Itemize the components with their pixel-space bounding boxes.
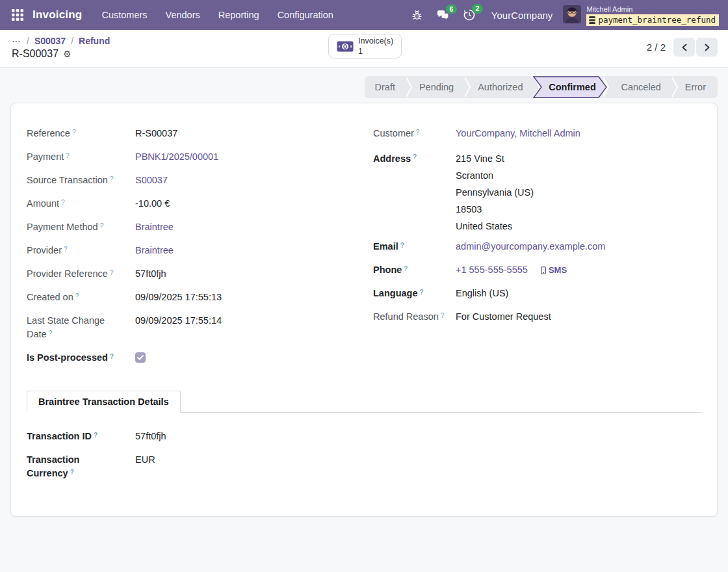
breadcrumb-refund[interactable]: Refund xyxy=(79,36,110,46)
apps-menu-button[interactable] xyxy=(6,5,29,25)
chevron-right-icon xyxy=(704,44,710,51)
help-icon: ? xyxy=(110,176,114,183)
menu-customers[interactable]: Customers xyxy=(92,1,156,29)
field-value-created-on: 09/09/2025 17:55:13 xyxy=(135,291,222,304)
pager-previous-button[interactable] xyxy=(673,38,695,57)
field-row: Email? admin@yourcompany.example.com xyxy=(373,240,701,254)
messages-button[interactable]: 6 xyxy=(437,10,449,21)
field-label-phone: Phone? xyxy=(373,263,456,277)
breadcrumb-ellipsis[interactable]: ⋯ xyxy=(12,36,21,46)
field-label-transaction-id: Transaction ID? xyxy=(27,430,135,443)
field-row: Amount? -10.00 € xyxy=(27,197,355,211)
field-label-source-transaction: Source Transaction? xyxy=(27,174,135,187)
user-menu[interactable]: Mitchell Admin payment_braintree_refund xyxy=(563,4,719,26)
field-label-last-state-change: Last State Change Date? xyxy=(27,314,135,341)
activities-button[interactable]: 2 xyxy=(463,9,475,21)
help-icon: ? xyxy=(110,269,114,276)
help-icon: ? xyxy=(66,152,70,159)
help-icon: ? xyxy=(416,129,420,136)
top-navbar: Invoicing Customers Vendors Reporting Co… xyxy=(0,0,728,30)
sms-button[interactable]: SMS xyxy=(541,265,567,275)
help-icon: ? xyxy=(64,246,68,253)
invoice-stat-button[interactable]: Invoice(s) 1 xyxy=(328,34,402,58)
field-row: Phone? +1 555-555-5555 SMS xyxy=(373,263,701,277)
breadcrumb-separator: / xyxy=(27,36,29,46)
app-name[interactable]: Invoicing xyxy=(32,8,82,21)
status-step-confirmed[interactable]: Confirmed xyxy=(533,76,607,98)
status-step-draft[interactable]: Draft xyxy=(365,76,405,98)
field-value-provider-reference: 57ft0fjh xyxy=(135,267,166,281)
field-value-email[interactable]: admin@yourcompany.example.com xyxy=(456,240,605,254)
field-label-customer: Customer? xyxy=(373,127,456,140)
pager-next-button[interactable] xyxy=(696,38,718,57)
field-row: Transaction Currency? EUR xyxy=(27,453,701,480)
pager-value: 2 / 2 xyxy=(647,42,666,53)
status-step-authorized[interactable]: Authorized xyxy=(463,76,532,98)
field-label-provider: Provider? xyxy=(27,244,135,257)
breadcrumb-s00037[interactable]: S00037 xyxy=(34,36,66,46)
help-icon: ? xyxy=(49,330,53,337)
help-icon: ? xyxy=(441,312,445,319)
address-street: 215 Vine St xyxy=(456,150,534,167)
help-icon: ? xyxy=(94,432,98,439)
field-row: Last State Change Date? 09/09/2025 17:55… xyxy=(27,314,355,341)
apps-grid-icon xyxy=(12,9,23,21)
field-value-phone[interactable]: +1 555-555-5555 xyxy=(456,263,528,277)
form-left-column: Reference? R-S00037 Payment? PBNK1/2025/… xyxy=(27,127,355,374)
form-right-column: Customer? YourCompany, Mitchell Admin Ad… xyxy=(373,127,701,374)
field-label-refund-reason: Refund Reason? xyxy=(373,310,456,324)
check-icon xyxy=(137,355,144,360)
tab-braintree-transaction-details[interactable]: Braintree Transaction Details xyxy=(27,391,181,413)
field-value-source-transaction[interactable]: S00037 xyxy=(135,174,168,187)
field-value-payment-method[interactable]: Braintree xyxy=(135,220,174,234)
pager: 2 / 2 xyxy=(647,38,718,57)
help-icon: ? xyxy=(75,292,79,300)
menu-vendors[interactable]: Vendors xyxy=(157,1,209,29)
address-state: Pennsylvania (US) xyxy=(456,184,534,201)
field-label-payment: Payment? xyxy=(27,150,135,164)
company-switcher[interactable]: YourCompany xyxy=(491,10,553,21)
statusbar: Draft Pending Authorized Confirmed Cance… xyxy=(365,76,718,98)
settings-gear-icon[interactable]: ⚙ xyxy=(63,49,72,59)
post-processed-checkbox[interactable] xyxy=(135,352,146,363)
status-step-pending[interactable]: Pending xyxy=(405,76,463,98)
money-bill-icon xyxy=(337,41,354,52)
field-value-language: English (US) xyxy=(456,287,508,300)
field-value-transaction-currency: EUR xyxy=(135,453,155,467)
field-value-customer[interactable]: YourCompany, Mitchell Admin xyxy=(456,127,580,140)
field-value-last-state-change: 09/09/2025 17:55:14 xyxy=(135,314,222,328)
field-value-provider[interactable]: Braintree xyxy=(135,244,174,257)
help-icon: ? xyxy=(72,129,76,136)
address-zip: 18503 xyxy=(456,201,534,218)
mobile-phone-icon xyxy=(541,266,546,274)
field-row: Transaction ID? 57ft0fjh xyxy=(27,430,701,443)
activities-badge: 2 xyxy=(472,4,483,14)
field-label-payment-method: Payment Method? xyxy=(27,220,135,234)
field-row: Address? 215 Vine St Scranton Pennsylvan… xyxy=(373,150,701,235)
tab-content: Transaction ID? 57ft0fjh Transaction Cur… xyxy=(27,413,701,480)
field-value-address: 215 Vine St Scranton Pennsylvania (US) 1… xyxy=(456,150,534,235)
database-tag: payment_braintree_refund xyxy=(586,14,719,26)
field-value-payment[interactable]: PBNK1/2025/00001 xyxy=(135,150,218,164)
field-row: Is Post-processed? xyxy=(27,351,355,365)
page-title: R-S00037 xyxy=(12,48,58,60)
debug-button[interactable] xyxy=(411,10,422,21)
help-icon: ? xyxy=(100,222,104,229)
field-row: Provider Reference? 57ft0fjh xyxy=(27,267,355,281)
menu-reporting[interactable]: Reporting xyxy=(209,1,268,29)
field-label-address: Address? xyxy=(373,150,456,167)
field-row: Source Transaction? S00037 xyxy=(27,174,355,187)
field-row: Refund Reason? For Customer Request xyxy=(373,310,701,324)
control-panel: ⋯ / S00037 / Refund R-S00037 ⚙ Invoice(s… xyxy=(0,30,728,68)
status-step-canceled[interactable]: Canceled xyxy=(607,76,671,98)
menu-configuration[interactable]: Configuration xyxy=(268,1,343,29)
help-icon: ? xyxy=(404,265,408,272)
address-city: Scranton xyxy=(456,167,534,184)
notebook: Braintree Transaction Details Transactio… xyxy=(27,390,701,480)
field-value-transaction-id: 57ft0fjh xyxy=(135,430,166,443)
user-name: Mitchell Admin xyxy=(586,5,719,14)
database-icon xyxy=(589,16,595,24)
help-icon: ? xyxy=(413,153,417,161)
field-value-amount: -10.00 € xyxy=(135,197,170,211)
field-row: Reference? R-S00037 xyxy=(27,127,355,140)
